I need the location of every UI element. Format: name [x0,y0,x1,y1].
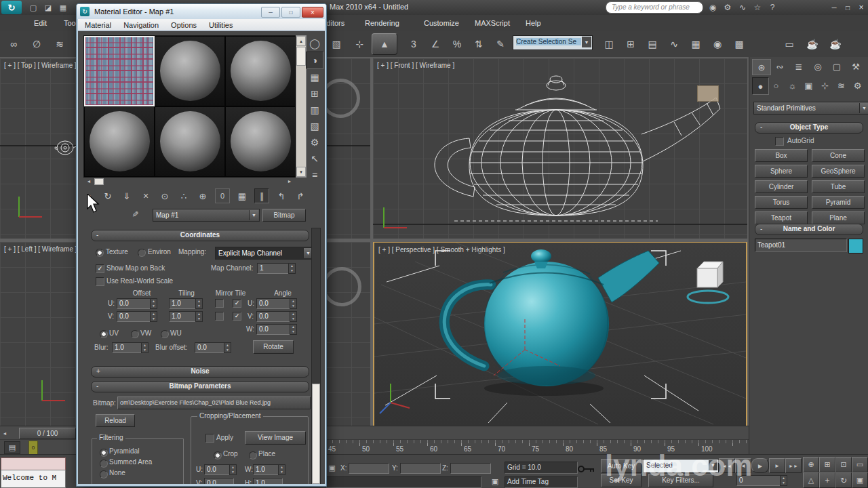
restore-button[interactable]: □ [842,2,853,13]
maxscript-listener-white[interactable]: Welcome to M [1,470,66,488]
object-type-button[interactable]: Tube [812,180,865,193]
timeline-tick[interactable]: 45 [326,440,359,455]
map-channel-field[interactable]: 1 [257,263,292,274]
autogrid-checkbox[interactable] [775,137,784,146]
selection-region-icon[interactable]: ▧ [327,35,346,54]
sample-slot[interactable] [225,106,296,177]
category-lights-icon[interactable]: ☼ [785,77,800,94]
viewcube-ring-left[interactable] [322,267,361,306]
uv-radio[interactable] [100,330,108,338]
material-editor-icon[interactable]: ◉ [708,35,727,54]
map-channel-spinner[interactable] [288,263,296,274]
edit-named-selections-icon[interactable]: ✎ [491,35,510,54]
scroll-down-icon[interactable]: ▼ [296,167,306,177]
timeline-tick[interactable]: 50 [359,440,393,455]
sample-type-icon[interactable]: ◯ [306,35,323,52]
layer-manager-icon[interactable]: ▤ [643,35,662,54]
viewport-splitter-vertical[interactable] [370,57,373,427]
background-icon[interactable]: ▦ [306,69,323,85]
backlight-icon[interactable]: ◑ [306,52,323,69]
me-menu-options[interactable]: Options [171,21,197,29]
blur-offset-spinner[interactable] [224,342,231,353]
material-type-button[interactable]: Bitmap [262,209,306,222]
teapot-top-view[interactable] [54,134,77,159]
viewport-top-label[interactable]: [ + ] [ Top ] [ Wireframe ] [4,62,77,69]
assign-material-icon[interactable]: ⇓ [120,189,134,203]
noise-rollout-header[interactable]: + Noise [91,366,309,378]
object-color-swatch[interactable] [848,239,863,253]
search-input[interactable]: Type a keyword or phrase [606,1,703,14]
menu-rendering[interactable]: Rendering [365,19,399,27]
show-end-result-icon[interactable]: ∥ [254,188,269,203]
v-angle-field[interactable]: 0.0 [256,311,294,322]
rollout-scrollbar-thumb[interactable] [312,384,320,484]
spinner-snap-icon[interactable]: ⇅ [469,35,488,54]
u-mirror-checkbox[interactable] [215,299,224,308]
category-systems-icon[interactable]: ⚙ [850,77,865,94]
select-by-material-icon[interactable]: ↖ [306,150,323,167]
show-map-on-back-checkbox[interactable] [96,264,104,273]
timeline-tick[interactable]: 60 [427,440,461,455]
me-options-icon[interactable]: ⚙ [306,134,323,150]
object-name-field[interactable]: Teapot01 [755,239,847,252]
app-logo-icon[interactable]: ↻ [1,1,22,14]
menu-edit[interactable]: Edit [34,19,47,27]
sample-slot[interactable] [225,36,296,106]
curve-editor-icon[interactable]: ∿ [665,35,684,54]
search-icon[interactable]: ◉ [707,1,719,14]
tab-display[interactable]: ▢ [828,59,846,74]
none-radio[interactable] [100,470,108,479]
timeline-tick[interactable]: 80 [563,440,597,455]
close-button[interactable]: × [856,2,867,13]
object-type-button[interactable]: Teapot [755,211,808,224]
align-icon[interactable]: ⊞ [621,35,640,54]
category-cameras-icon[interactable]: ▣ [801,77,816,94]
me-menu-utilities[interactable]: Utilities [209,21,233,29]
percent-snap-icon[interactable]: % [448,35,467,54]
menu-customize[interactable]: Customize [424,19,459,27]
scroll-up-icon[interactable]: ▲ [296,36,306,46]
tab-motion[interactable]: ◎ [809,59,827,74]
help-icon[interactable]: ? [766,1,778,14]
crop-v-field[interactable]: 0.0 [204,478,234,484]
x-coord-field[interactable] [349,463,389,474]
summed-area-radio[interactable] [100,460,108,468]
texture-radio[interactable] [96,249,104,257]
tab-modify[interactable]: ∾ [771,59,789,74]
menu-help[interactable]: Help [526,19,541,27]
u-tile-checkbox[interactable] [233,299,241,308]
timeline-tick[interactable]: 70 [495,440,529,455]
me-menu-navigation[interactable]: Navigation [123,21,159,29]
render-setup-icon[interactable]: ▩ [730,35,749,54]
z-coord-field[interactable] [450,463,491,474]
material-map-navigator-icon[interactable]: ≡ [306,167,323,183]
viewcube-front[interactable] [697,85,719,102]
slots-vertical-scrollbar[interactable]: ▲ ▼ [296,35,307,178]
slots-left-arrow-icon[interactable]: ◄ [85,178,93,184]
render-production-icon[interactable]: ☕ [803,35,822,54]
go-forward-sibling-icon[interactable]: ↱ [294,189,307,203]
u-offset-spinner[interactable] [150,298,157,309]
show-map-in-viewport-icon[interactable]: ▦ [235,189,249,203]
v-tiling-spinner[interactable] [195,311,203,322]
crop-h-field[interactable]: 1.0 [253,478,283,484]
make-preview-icon[interactable]: ▧ [306,118,323,134]
object-type-button[interactable]: Plane [812,211,865,224]
v-tile-checkbox[interactable] [233,312,241,321]
make-material-copy-icon[interactable]: ⊙ [158,189,172,203]
u-angle-field[interactable]: 0.0 [256,298,294,309]
render-iterative-icon[interactable]: ☕ [826,35,845,54]
crop-radio[interactable] [214,451,222,460]
video-color-check-icon[interactable]: ▥ [306,102,323,118]
communication-center-icon[interactable]: ⚙ [722,1,734,14]
place-radio[interactable] [249,451,257,460]
scroll-thumb[interactable] [296,47,306,66]
collapse-icon[interactable]: - [760,123,762,132]
put-to-library-icon[interactable]: ⊕ [196,189,210,203]
rotate-button[interactable]: Rotate [253,340,294,354]
category-shapes-icon[interactable]: ○ [768,77,784,94]
object-type-button[interactable]: Box [755,149,808,162]
u-offset-field[interactable]: 0.0 [117,298,155,309]
open-file-icon[interactable]: ◪ [42,1,54,14]
object-type-button[interactable]: Torus [755,196,808,209]
